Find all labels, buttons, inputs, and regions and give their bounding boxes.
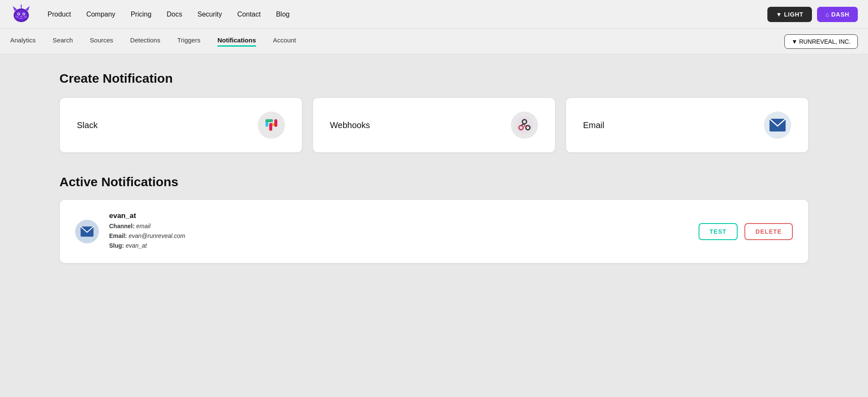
main-content: Create Notification Slack bbox=[0, 54, 868, 397]
nav-docs[interactable]: Docs bbox=[167, 11, 182, 18]
email-label: Email bbox=[583, 120, 604, 130]
notif-channel: Channel: email bbox=[109, 222, 185, 231]
sub-nav-links: Analytics Search Sources Detections Trig… bbox=[10, 36, 296, 47]
notif-email-value: evan@runreveal.com bbox=[129, 232, 185, 239]
active-notif-email-icon bbox=[75, 220, 99, 243]
webhook-icon-wrapper bbox=[511, 112, 538, 139]
slack-icon bbox=[263, 117, 280, 134]
delete-button[interactable]: DELETE bbox=[744, 223, 793, 240]
tab-notifications[interactable]: Notifications bbox=[217, 36, 256, 47]
top-nav-links: Product Company Pricing Docs Security Co… bbox=[48, 11, 290, 18]
notif-email: Email: evan@runreveal.com bbox=[109, 232, 185, 240]
sub-nav: Analytics Search Sources Detections Trig… bbox=[0, 29, 868, 54]
test-button[interactable]: TEST bbox=[699, 223, 738, 240]
nav-pricing[interactable]: Pricing bbox=[131, 11, 152, 18]
webhook-icon bbox=[515, 116, 534, 134]
logo[interactable] bbox=[10, 3, 32, 25]
slack-card[interactable]: Slack bbox=[59, 98, 302, 153]
light-mode-button[interactable]: ▼ LIGHT bbox=[767, 7, 812, 22]
svg-point-6 bbox=[18, 13, 20, 14]
active-notifications-title: Active Notifications bbox=[59, 175, 809, 189]
notif-channel-label: Channel: bbox=[109, 223, 135, 229]
nav-blog[interactable]: Blog bbox=[276, 11, 290, 18]
active-notification-item: evan_at Channel: email Email: evan@runre… bbox=[59, 199, 809, 263]
tab-detections[interactable]: Detections bbox=[130, 36, 161, 47]
email-card[interactable]: Email bbox=[566, 98, 809, 153]
top-nav-right: ▼ LIGHT ⌂ DASH bbox=[767, 7, 858, 22]
create-notification-title: Create Notification bbox=[59, 71, 809, 86]
webhooks-label: Webhooks bbox=[330, 120, 370, 130]
top-nav: Product Company Pricing Docs Security Co… bbox=[0, 0, 868, 29]
active-notif-details: evan_at Channel: email Email: evan@runre… bbox=[109, 212, 185, 251]
email-icon-wrapper bbox=[764, 112, 791, 139]
notif-channel-value: email bbox=[136, 223, 150, 229]
svg-point-10 bbox=[20, 5, 22, 6]
svg-rect-21 bbox=[269, 123, 272, 131]
svg-point-8 bbox=[20, 16, 22, 17]
notif-email-label: Email: bbox=[109, 232, 127, 239]
email-icon bbox=[769, 118, 786, 132]
svg-point-7 bbox=[23, 13, 25, 14]
dash-button[interactable]: ⌂ DASH bbox=[817, 7, 858, 22]
tab-account[interactable]: Account bbox=[273, 36, 296, 47]
slack-label: Slack bbox=[77, 120, 98, 130]
notif-slug-label: Slug: bbox=[109, 242, 124, 249]
active-notif-actions: TEST DELETE bbox=[699, 223, 793, 240]
tab-triggers[interactable]: Triggers bbox=[177, 36, 200, 47]
notification-cards: Slack Webhooks bbox=[59, 98, 809, 153]
webhooks-card[interactable]: Webhooks bbox=[313, 98, 555, 153]
nav-company[interactable]: Company bbox=[86, 11, 115, 18]
tab-sources[interactable]: Sources bbox=[90, 36, 113, 47]
notif-slug-value: evan_at bbox=[126, 242, 147, 249]
svg-rect-20 bbox=[274, 119, 277, 127]
notif-slug: Slug: evan_at bbox=[109, 241, 185, 250]
nav-security[interactable]: Security bbox=[197, 11, 222, 18]
slack-icon-wrapper bbox=[258, 112, 285, 139]
nav-product[interactable]: Product bbox=[48, 11, 71, 18]
top-nav-left: Product Company Pricing Docs Security Co… bbox=[10, 3, 290, 25]
tab-search[interactable]: Search bbox=[53, 36, 73, 47]
svg-rect-17 bbox=[265, 119, 273, 122]
active-email-icon bbox=[80, 226, 94, 237]
nav-contact[interactable]: Contact bbox=[237, 11, 261, 18]
notif-name: evan_at bbox=[109, 212, 185, 220]
logo-icon bbox=[11, 4, 31, 25]
tab-analytics[interactable]: Analytics bbox=[10, 36, 36, 47]
active-notif-left: evan_at Channel: email Email: evan@runre… bbox=[75, 212, 185, 251]
svg-point-3 bbox=[15, 10, 27, 20]
org-dropdown[interactable]: ▼ RUNREVEAL, INC. bbox=[784, 34, 858, 49]
